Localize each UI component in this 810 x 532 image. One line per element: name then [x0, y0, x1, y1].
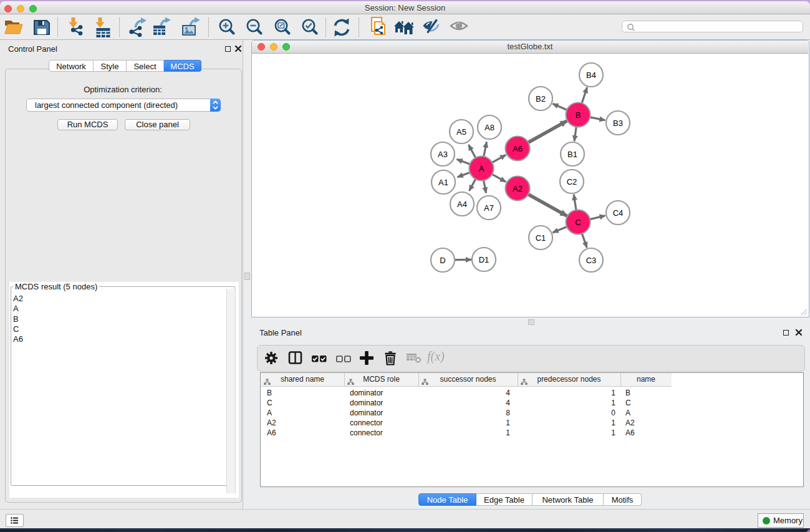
svg-text:D1: D1 [479, 255, 489, 264]
svg-text:B3: B3 [613, 118, 623, 128]
svg-text:A2: A2 [513, 184, 523, 193]
svg-text:D: D [440, 256, 445, 265]
svg-text:A1: A1 [438, 178, 448, 187]
svg-text:B: B [576, 110, 581, 120]
svg-text:A5: A5 [456, 127, 466, 137]
svg-text:C: C [575, 218, 581, 227]
svg-text:A3: A3 [438, 150, 448, 159]
svg-text:C1: C1 [536, 233, 546, 243]
svg-text:A4: A4 [457, 200, 467, 209]
svg-text:C2: C2 [567, 177, 577, 186]
svg-text:A6: A6 [513, 144, 523, 153]
svg-text:C4: C4 [613, 208, 624, 218]
svg-text:A: A [479, 164, 485, 173]
svg-text:B4: B4 [586, 70, 596, 80]
svg-text:A7: A7 [484, 203, 494, 213]
svg-text:B1: B1 [567, 150, 577, 159]
svg-text:B2: B2 [536, 94, 546, 104]
svg-text:A8: A8 [485, 123, 494, 132]
svg-text:C3: C3 [586, 256, 597, 265]
